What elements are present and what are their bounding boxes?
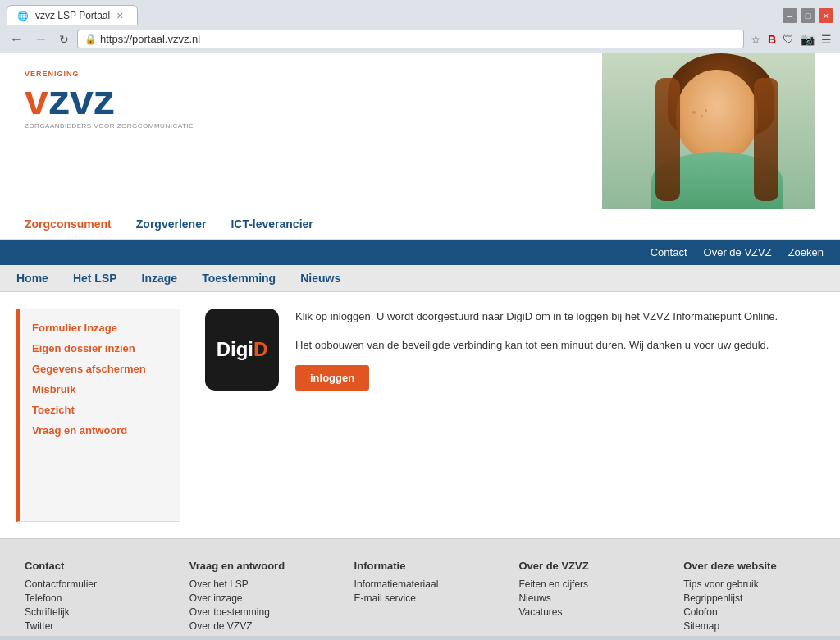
header-photo bbox=[602, 53, 815, 209]
bookmark-icon[interactable]: ☆ bbox=[749, 31, 763, 48]
browser-tab[interactable]: 🌐 vzvz LSP Portaal × bbox=[7, 5, 138, 25]
footer-informatie-title: Informatie bbox=[354, 560, 486, 572]
tab-title: vzvz LSP Portaal bbox=[35, 10, 110, 21]
footer-nieuws[interactable]: Nieuws bbox=[518, 592, 651, 604]
footer-informatiemateriaal[interactable]: Informatiemateriaal bbox=[354, 578, 486, 590]
blue-nav-bar: Contact Over de VZVZ Zoeken bbox=[0, 240, 840, 265]
secondary-nav: Home Het LSP Inzage Toestemming Nieuws bbox=[0, 265, 840, 292]
site-header: VERENIGING vzvz ZORGAANBIEDERS VOOR ZORG… bbox=[0, 53, 840, 209]
footer-tips-gebruik[interactable]: Tips voor gebruik bbox=[683, 578, 815, 590]
footer-col-over-website: Over deze website Tips voor gebruik Begr… bbox=[683, 560, 815, 634]
nav-nieuws[interactable]: Nieuws bbox=[300, 272, 340, 285]
sidebar-gegevens-afschermen[interactable]: Gegevens afschermen bbox=[32, 363, 167, 375]
sidebar-toezicht[interactable]: Toezicht bbox=[32, 404, 167, 416]
sidebar-formulier-inzage[interactable]: Formulier Inzage bbox=[32, 322, 167, 334]
footer-over-vzvz[interactable]: Over de VZVZ bbox=[189, 620, 322, 632]
blue-nav-contact[interactable]: Contact bbox=[651, 246, 687, 258]
bitdefender-icon[interactable]: B bbox=[766, 31, 778, 48]
blue-nav-zoeken[interactable]: Zoeken bbox=[788, 246, 824, 258]
back-button[interactable]: ← bbox=[7, 30, 26, 48]
window-controls: – □ × bbox=[783, 8, 833, 23]
footer-over-lsp[interactable]: Over het LSP bbox=[189, 578, 322, 590]
toolbar-icons: ☆ B 🛡 📷 ☰ bbox=[749, 31, 833, 48]
content-text-1: Klik op inloggen. U wordt doorgestuurd n… bbox=[295, 309, 778, 325]
close-button[interactable]: × bbox=[819, 8, 833, 23]
left-sidebar: Formulier Inzage Eigen dossier inzien Ge… bbox=[16, 309, 180, 522]
digid-digi: Digi bbox=[217, 338, 253, 360]
tab-zorgverlener[interactable]: Zorgverlener bbox=[136, 217, 207, 231]
footer-schriftelijk[interactable]: Schriftelijk bbox=[25, 606, 157, 618]
footer-over-toestemming[interactable]: Over toestemming bbox=[189, 606, 322, 618]
address-input[interactable] bbox=[100, 33, 737, 45]
blue-nav-over-vzvz[interactable]: Over de VZVZ bbox=[704, 246, 772, 258]
tab-close-button[interactable]: × bbox=[116, 10, 123, 21]
maximize-button[interactable]: □ bbox=[801, 8, 815, 23]
extension-icon[interactable]: 🛡 bbox=[781, 31, 796, 48]
browser-toolbar: ← → ↻ 🔒 ☆ B 🛡 📷 ☰ bbox=[0, 25, 840, 53]
address-bar-container: 🔒 bbox=[77, 30, 744, 48]
main-content: Formulier Inzage Eigen dossier inzien Ge… bbox=[0, 292, 840, 538]
sidebar-vraag-antwoord[interactable]: Vraag en antwoord bbox=[32, 424, 167, 437]
footer-colofon[interactable]: Colofon bbox=[683, 606, 815, 618]
footer-contact-title: Contact bbox=[25, 560, 157, 572]
nav-toestemming[interactable]: Toestemming bbox=[202, 272, 276, 285]
footer-col-informatie: Informatie Informatiemateriaal E-mail se… bbox=[354, 560, 486, 634]
footer-telefoon[interactable]: Telefoon bbox=[25, 592, 157, 604]
digid-area: DigiD Klik op inloggen. U wordt doorgest… bbox=[205, 309, 799, 391]
content-text-2: Het opbouwen van de beveiligde verbindin… bbox=[295, 337, 778, 354]
footer-feiten-cijfers[interactable]: Feiten en cijfers bbox=[518, 578, 651, 590]
footer-over-website-title: Over deze website bbox=[683, 560, 815, 572]
digid-logo-text: DigiD bbox=[217, 340, 268, 359]
tab-favicon: 🌐 bbox=[17, 11, 29, 21]
menu-icon[interactable]: ☰ bbox=[819, 31, 833, 48]
minimize-button[interactable]: – bbox=[783, 8, 797, 23]
footer-twitter[interactable]: Twitter bbox=[25, 620, 157, 632]
forward-button[interactable]: → bbox=[31, 30, 51, 48]
content-texts: Klik op inloggen. U wordt doorgestuurd n… bbox=[295, 309, 778, 391]
title-bar: 🌐 vzvz LSP Portaal × – □ × bbox=[0, 0, 840, 25]
footer-col-vraag: Vraag en antwoord Over het LSP Over inza… bbox=[189, 560, 322, 634]
footer-vacatures[interactable]: Vacatures bbox=[518, 606, 651, 618]
footer-email-service[interactable]: E-mail service bbox=[354, 592, 486, 604]
nav-inzage[interactable]: Inzage bbox=[142, 272, 178, 285]
login-button-area: inloggen bbox=[295, 365, 778, 391]
tab-zorgconsument[interactable]: Zorgconsument bbox=[25, 217, 112, 231]
inloggen-button[interactable]: inloggen bbox=[295, 365, 369, 391]
nav-home[interactable]: Home bbox=[16, 272, 48, 285]
top-tabs: Zorgconsument Zorgverlener ICT-leveranci… bbox=[0, 209, 840, 240]
digid-d-letter: D bbox=[253, 338, 267, 360]
footer-col-over-vzvz: Over de VZVZ Feiten en cijfers Nieuws Va… bbox=[518, 560, 651, 634]
footer-over-vzvz-title: Over de VZVZ bbox=[518, 560, 651, 572]
website: VERENIGING vzvz ZORGAANBIEDERS VOOR ZORG… bbox=[0, 53, 840, 636]
footer-vraag-title: Vraag en antwoord bbox=[189, 560, 322, 572]
logo-zvz: zvz bbox=[48, 75, 115, 123]
footer-col-contact: Contact Contactformulier Telefoon Schrif… bbox=[25, 560, 157, 634]
sidebar-eigen-dossier[interactable]: Eigen dossier inzien bbox=[32, 342, 167, 354]
footer-begrippenlijst[interactable]: Begrippenlijst bbox=[683, 592, 815, 604]
nav-het-lsp[interactable]: Het LSP bbox=[73, 272, 117, 285]
center-content: DigiD Klik op inloggen. U wordt doorgest… bbox=[180, 309, 824, 522]
sidebar-misbruik[interactable]: Misbruik bbox=[32, 383, 167, 395]
site-footer: Contact Contactformulier Telefoon Schrif… bbox=[0, 538, 840, 636]
footer-contactformulier[interactable]: Contactformulier bbox=[25, 578, 157, 590]
tab-ict-leverancier[interactable]: ICT-leverancier bbox=[231, 217, 313, 231]
browser-chrome: 🌐 vzvz LSP Portaal × – □ × ← → ↻ 🔒 ☆ B 🛡… bbox=[0, 0, 840, 53]
digid-logo: DigiD bbox=[205, 309, 279, 391]
footer-over-inzage[interactable]: Over inzage bbox=[189, 592, 322, 604]
logo-v: v bbox=[25, 75, 48, 123]
footer-columns: Contact Contactformulier Telefoon Schrif… bbox=[25, 560, 815, 634]
footer-sitemap[interactable]: Sitemap bbox=[683, 620, 815, 632]
refresh-button[interactable]: ↻ bbox=[56, 31, 72, 48]
screenshot-icon[interactable]: 📷 bbox=[799, 31, 816, 48]
ssl-lock-icon: 🔒 bbox=[84, 34, 97, 45]
